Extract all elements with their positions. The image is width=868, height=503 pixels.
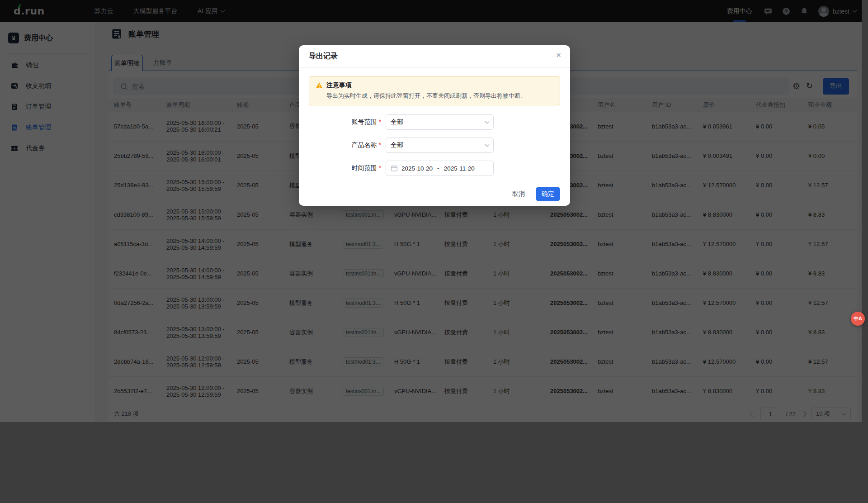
notice-title: 注意事项 — [326, 81, 352, 90]
notice-body: 导出为实时生成，请保持此弹窗打开，不要关闭或刷新，否则导出将被中断。 — [326, 92, 553, 100]
account-scope-value: 全部 — [391, 118, 403, 126]
export-dialog: 导出记录 × 注意事项 导出为实时生成，请保持此弹窗打开，不要关闭或刷新，否则导… — [299, 45, 570, 206]
chevron-down-icon — [485, 119, 490, 123]
form-row-time-range: 时间范围* 2025-10-20 - 2025-11-20 — [299, 161, 570, 176]
time-range-label: 时间范围 — [352, 164, 377, 171]
confirm-button[interactable]: 确定 — [536, 187, 560, 201]
required-asterisk: * — [379, 118, 381, 125]
calendar-icon — [391, 165, 398, 172]
dialog-title: 导出记录 — [299, 45, 570, 68]
product-name-value: 全部 — [391, 141, 403, 149]
account-scope-select[interactable]: 全部 — [386, 114, 494, 130]
cancel-button[interactable]: 取消 — [512, 190, 525, 198]
notice-box: 注意事项 导出为实时生成，请保持此弹窗打开，不要关闭或刷新，否则导出将被中断。 — [309, 76, 560, 105]
product-name-label: 产品名称 — [352, 141, 377, 148]
date-range-picker[interactable]: 2025-10-20 - 2025-11-20 — [386, 161, 494, 176]
close-icon[interactable]: × — [556, 51, 561, 59]
form-row-account-scope: 账号范围* 全部 — [299, 114, 570, 130]
date-start-value: 2025-10-20 — [401, 165, 433, 172]
floating-widget[interactable]: 中A — [851, 312, 865, 326]
product-name-select[interactable]: 全部 — [386, 138, 494, 153]
account-scope-label: 账号范围 — [352, 118, 377, 125]
dialog-footer: 取消 确定 — [299, 182, 570, 206]
warning-icon — [316, 82, 323, 89]
chevron-down-icon — [485, 142, 490, 147]
date-end-value: 2025-11-20 — [444, 165, 475, 172]
required-asterisk: * — [379, 141, 381, 148]
date-separator: - — [437, 165, 439, 172]
required-asterisk: * — [379, 164, 381, 171]
form-row-product-name: 产品名称* 全部 — [299, 138, 570, 153]
